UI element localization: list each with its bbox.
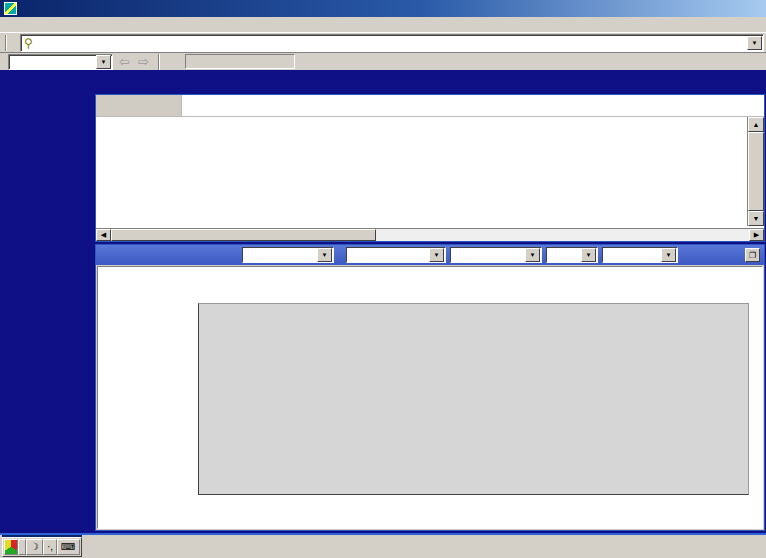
content-area: ▲ ▼ ◀ ▶ ▼: [95, 94, 765, 531]
status-bar: ☽ ·, ⌨: [0, 535, 766, 558]
app-icon: [4, 2, 17, 15]
query-combobox[interactable]: ⚲ ▼: [20, 34, 764, 52]
group-by-combobox[interactable]: ▼: [450, 247, 542, 263]
panel-title: [96, 95, 182, 116]
toolbar: ⚲ ▼: [0, 32, 766, 52]
ime-punctuation-icon[interactable]: ·,: [43, 539, 57, 555]
toolbar-separator: [5, 35, 7, 51]
scroll-right-icon[interactable]: ▶: [749, 229, 764, 241]
history-bar: ▼ ⇦ ⇨: [0, 52, 766, 70]
vertical-scrollbar[interactable]: ▲ ▼: [747, 117, 764, 226]
opportunity-grid-wrap: ▲ ▼: [96, 117, 764, 226]
history-dropdown-button[interactable]: ▼: [96, 55, 111, 69]
horizontal-scroll-track[interactable]: [376, 229, 749, 241]
member-dropdown-button[interactable]: ▼: [317, 248, 332, 262]
history-back-icon[interactable]: ⇦: [117, 54, 132, 69]
count-combobox[interactable]: ▼: [602, 247, 678, 263]
analysis-toolbar: ▼ ▼ ▼ ▼: [96, 245, 764, 265]
period-dropdown-button[interactable]: ▼: [581, 248, 596, 262]
application-window: ⚲ ▼ ▼ ⇦ ⇨: [0, 0, 766, 558]
scroll-left-icon[interactable]: ◀: [96, 229, 111, 241]
analysis-panel: ▼ ▼ ▼ ▼: [95, 244, 765, 531]
ime-toolbar[interactable]: ☽ ·, ⌨: [2, 537, 82, 557]
chart-area: [97, 266, 763, 529]
scroll-down-icon[interactable]: ▼: [748, 211, 764, 226]
main-area: ▲ ▼ ◀ ▶ ▼: [0, 70, 766, 535]
ime-mode-button[interactable]: [18, 539, 26, 555]
ime-logo-icon[interactable]: [4, 539, 18, 555]
plot-area: [198, 303, 749, 495]
vertical-scroll-thumb[interactable]: [748, 132, 764, 211]
group-by-dropdown-button[interactable]: ▼: [525, 248, 540, 262]
ime-fullwidth-moon-icon[interactable]: ☽: [26, 539, 43, 555]
search-icon: ⚲: [24, 36, 33, 50]
tab-strip: [90, 71, 766, 90]
horizontal-scroll-thumb[interactable]: [111, 229, 376, 241]
opportunity-panel-header: [96, 95, 764, 117]
opportunity-panel: ▲ ▼ ◀ ▶: [95, 94, 765, 242]
menu-bar: [0, 17, 766, 32]
history-combobox[interactable]: ▼: [8, 54, 113, 70]
horizontal-scrollbar[interactable]: ◀ ▶: [96, 228, 764, 241]
display-combobox[interactable]: ▼: [346, 247, 446, 263]
ime-keyboard-icon[interactable]: ⌨: [57, 539, 79, 555]
display-dropdown-button[interactable]: ▼: [429, 248, 444, 262]
panel-restore-button[interactable]: ❐: [745, 248, 760, 262]
opportunity-path-box: [185, 54, 295, 69]
opportunity-grid: [96, 117, 747, 226]
period-combobox[interactable]: ▼: [546, 247, 598, 263]
history-separator: [158, 54, 160, 70]
history-forward-icon[interactable]: ⇨: [136, 54, 151, 69]
title-bar[interactable]: [0, 0, 766, 17]
query-dropdown-button[interactable]: ▼: [747, 36, 762, 50]
member-combobox[interactable]: ▼: [242, 247, 334, 263]
sidebar: [0, 94, 93, 533]
count-dropdown-button[interactable]: ▼: [661, 248, 676, 262]
scroll-up-icon[interactable]: ▲: [748, 117, 764, 132]
